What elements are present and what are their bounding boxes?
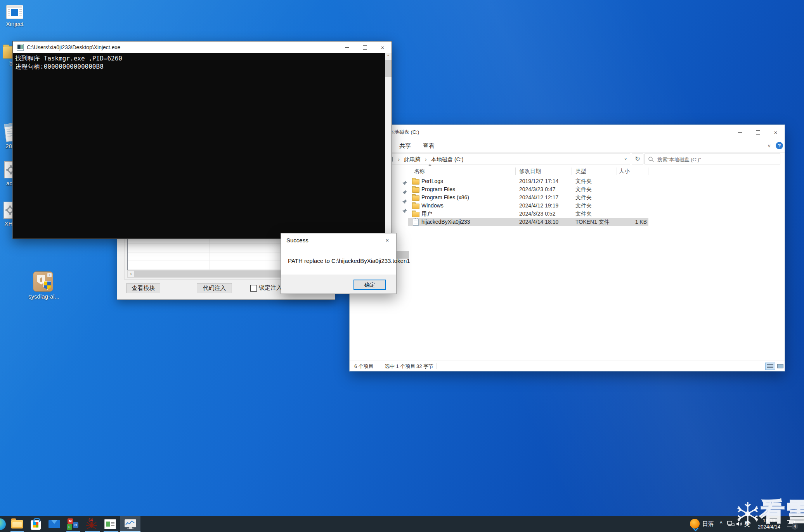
cubes-icon: M F C: [67, 518, 79, 530]
maximize-icon: [363, 45, 367, 50]
file-type: TOKEN1 文件: [575, 218, 610, 226]
address-dropdown-icon[interactable]: v: [625, 156, 627, 161]
file-row[interactable]: Program Files (x86) 2024/4/12 12:17 文件夹: [408, 193, 648, 202]
file-name: Windows: [421, 202, 444, 210]
close-button[interactable]: ×: [374, 41, 392, 53]
view-modules-button[interactable]: 查看模块: [126, 283, 160, 293]
xinject-app-icon: [6, 5, 23, 19]
file-date: 2019/12/7 17:14: [519, 177, 558, 185]
folder-icon: [412, 179, 419, 185]
ok-button[interactable]: 确定: [353, 280, 386, 290]
console-title: C:\Users\xia0ji233\Desktop\Xinject.exe: [27, 44, 120, 50]
file-date: 2024/4/12 19:19: [519, 202, 558, 210]
taskbar-icon-task-manager[interactable]: [120, 516, 140, 532]
explorer-window-title: 本地磁盘 (C:): [389, 129, 419, 136]
minimize-button[interactable]: [731, 125, 749, 140]
ribbon-tabs: 共享 查看 v ?: [350, 140, 785, 153]
snowflake-icon: [736, 501, 760, 527]
globe-icon: [0, 518, 6, 530]
pin-icon[interactable]: [402, 190, 407, 195]
file-type: 文件夹: [575, 193, 592, 202]
pin-icon[interactable]: [402, 180, 407, 186]
tab-share[interactable]: 共享: [399, 142, 411, 150]
taskbar-icon-app-window[interactable]: [101, 516, 120, 532]
close-icon: ×: [774, 129, 778, 136]
mail-icon: [49, 520, 60, 528]
pin-icon[interactable]: [402, 208, 407, 214]
code-inject-button[interactable]: 代码注入: [197, 283, 232, 293]
file-type: 文件夹: [575, 177, 592, 185]
dialog-title: Success: [286, 237, 308, 244]
taskbar-icon-x64dbg[interactable]: 64: [82, 516, 101, 532]
file-row[interactable]: Windows 2024/4/12 19:19 文件夹: [408, 202, 648, 210]
refresh-button[interactable]: ↻: [632, 154, 643, 164]
file-name: PerfLogs: [421, 177, 443, 185]
scroll-up-icon[interactable]: ^: [385, 53, 392, 60]
taskbar-icon-explorer[interactable]: [8, 516, 26, 532]
file-date: 2024/3/23 0:52: [519, 210, 555, 218]
column-header-date[interactable]: 修改日期: [519, 168, 541, 175]
minimize-icon: [345, 47, 349, 48]
status-selected-size: 32 字节: [416, 363, 433, 370]
lock-inject-type-checkbox[interactable]: [250, 285, 257, 292]
dialog-title-bar: Success ×: [281, 233, 396, 247]
file-row[interactable]: 用户 2024/3/23 0:52 文件夹: [408, 210, 648, 218]
pin-icon[interactable]: [402, 199, 407, 204]
file-row[interactable]: Program Files 2024/3/23 0:47 文件夹: [408, 185, 648, 193]
file-date: 2024/4/14 18:10: [519, 218, 558, 226]
column-header-name[interactable]: 名称: [414, 168, 425, 175]
maximize-button[interactable]: [356, 41, 374, 53]
folder-icon: [412, 204, 419, 209]
tray-overflow-chevron-icon[interactable]: ^: [720, 520, 723, 527]
column-header-type[interactable]: 类型: [575, 168, 586, 175]
icons-view-button[interactable]: [775, 363, 785, 370]
close-button[interactable]: ×: [767, 125, 785, 140]
search-input[interactable]: [657, 155, 775, 164]
details-view-button[interactable]: [765, 363, 775, 370]
taskbar-icon-regtool[interactable]: M F C: [64, 516, 82, 532]
success-dialog: Success × PATH replace to C:\hijackedByX…: [281, 233, 397, 294]
explorer-title-bar: 本地磁盘 (C:) ×: [350, 125, 785, 140]
breadcrumb-arrow-icon: ›: [422, 156, 430, 162]
sysdiag-installer-icon: ↓: [33, 271, 53, 292]
dialog-message: PATH replace to C:\hijackedByXia0ji233.t…: [288, 257, 410, 264]
breadcrumb-drive-c[interactable]: 本地磁盘 (C:): [431, 156, 463, 162]
file-name: Program Files (x86): [421, 193, 469, 202]
file-size: 1 KB: [608, 218, 647, 226]
desktop-icon-label: sysdiag-al...: [28, 293, 58, 300]
taskbar-icon-store[interactable]: [26, 516, 45, 532]
watermark: 看雪: [736, 498, 804, 527]
console-title-bar: C:\Users\xia0ji233\Desktop\Xinject.exe ×: [13, 41, 392, 53]
minimize-icon: [738, 132, 742, 133]
desktop-icon-xinject[interactable]: Xinject: [0, 5, 29, 27]
console-window: C:\Users\xia0ji233\Desktop\Xinject.exe ×…: [12, 41, 392, 239]
ribbon-expand-icon[interactable]: v: [768, 143, 771, 149]
console-output: 找到程序 Taskmgr.exe ,PID=6260进程句柄:000000000…: [13, 53, 385, 238]
console-scrollbar[interactable]: ^ v: [385, 53, 392, 238]
desktop-icon-sysdiag[interactable]: ↓ sysdiag-al...: [28, 271, 58, 300]
close-icon: ×: [381, 44, 385, 51]
taskbar: M F C 64: [0, 516, 804, 532]
status-bar: 6 个项目 选中 1 个项目 32 字节: [350, 361, 785, 371]
file-row[interactable]: PerfLogs 2019/12/7 17:14 文件夹: [408, 177, 648, 185]
status-selected-count: 选中 1 个项目: [385, 363, 415, 370]
breadcrumb-this-pc[interactable]: 此电脑: [404, 156, 421, 162]
address-row: › 此电脑 › 本地磁盘 (C:) v ↻: [350, 152, 785, 167]
close-icon: ×: [386, 237, 389, 244]
search-box[interactable]: [645, 154, 780, 164]
taskbar-icon-mail[interactable]: [45, 516, 64, 532]
store-icon: [31, 520, 41, 530]
search-icon: [648, 156, 654, 162]
network-icon[interactable]: [727, 521, 735, 527]
minimize-button[interactable]: [338, 41, 356, 53]
desktop-icon-label: Xinject: [0, 21, 29, 27]
maximize-button[interactable]: [749, 125, 767, 140]
file-row-selected[interactable]: hijackedByXia0ji233 2024/4/14 18:10 TOKE…: [408, 218, 648, 226]
address-bar[interactable]: › 此电脑 › 本地磁盘 (C:) v: [383, 154, 630, 164]
window-app-icon: [104, 519, 116, 529]
close-button[interactable]: ×: [378, 233, 396, 247]
tab-view[interactable]: 查看: [423, 142, 435, 150]
weather-label[interactable]: 日落: [702, 520, 714, 528]
column-header-size[interactable]: 大小: [619, 168, 630, 175]
help-icon[interactable]: ?: [776, 142, 783, 149]
